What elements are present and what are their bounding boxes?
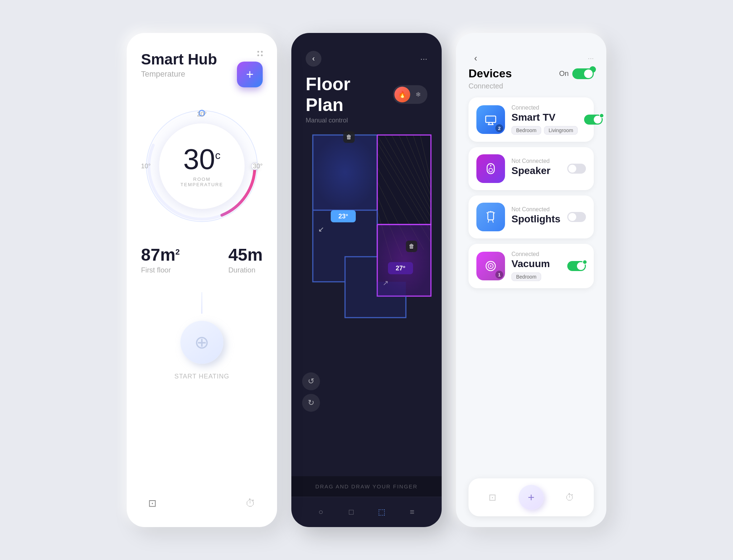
device-card-spotlights[interactable]: Not Connected Spotlights xyxy=(469,195,594,238)
start-heating-label: START HEATING xyxy=(174,373,229,380)
hatch-tool[interactable]: ≡ xyxy=(404,504,420,520)
svg-rect-44 xyxy=(488,212,494,220)
svg-point-43 xyxy=(490,165,491,166)
tv-connected-dot xyxy=(599,113,604,118)
menu-dots[interactable] xyxy=(257,51,263,56)
nav3-home-icon[interactable]: ⊡ xyxy=(484,488,501,506)
undo-button[interactable]: ↺ xyxy=(302,372,320,390)
select-tool[interactable]: ⬚ xyxy=(374,504,390,520)
svg-rect-7 xyxy=(313,135,377,210)
svg-line-45 xyxy=(488,220,489,222)
nav3-clock-icon[interactable]: ⏱ xyxy=(561,488,579,506)
bottom-nav-3: ⊡ + ⏱ xyxy=(469,478,594,516)
menu-dots-2[interactable]: ··· xyxy=(420,54,427,64)
spotlights-info: Not Connected Spotlights xyxy=(511,206,561,228)
scale-10: 10° xyxy=(141,163,151,170)
tv-tags: Bedroom Livingroom xyxy=(511,126,578,135)
nav-clock-icon[interactable]: ⏱ xyxy=(246,497,256,509)
vacuum-toggle-wrap xyxy=(567,261,586,271)
temperature-display: 30c ROOMTEMPERATURE xyxy=(180,145,223,187)
devices-panel: ‹ ··· Devices On Connected 2 xyxy=(456,33,606,527)
smart-hub-title: Smart Hub xyxy=(141,51,217,68)
on-toggle[interactable]: On xyxy=(559,68,594,79)
svg-text:23°: 23° xyxy=(338,213,348,220)
tv-icon-wrap: 2 xyxy=(476,105,505,134)
square-tool[interactable]: □ xyxy=(344,504,359,520)
spotlights-name: Spotlights xyxy=(511,213,561,225)
speaker-icon xyxy=(484,162,497,175)
undo-redo-buttons: ↺ ↻ xyxy=(302,372,320,412)
nav-home-icon[interactable]: ⊡ xyxy=(148,497,156,509)
panel3-header: ‹ ··· xyxy=(469,51,594,65)
stat-area: 87m2 First floor xyxy=(141,245,180,274)
snow-mode-btn[interactable]: ❄ xyxy=(410,87,426,102)
tv-info: Connected Smart TV Bedroom Livingroom xyxy=(511,105,578,135)
scale-20: 20° xyxy=(197,111,207,118)
floor-plan-area[interactable]: 🗑 🗑 23° ↙ 27° ↗ ↺ ↻ xyxy=(291,128,442,476)
connected-label: Connected xyxy=(469,82,594,90)
tv-name: Smart TV xyxy=(511,112,578,123)
on-label: On xyxy=(559,69,569,78)
stat-duration: 45m Duration xyxy=(228,245,263,274)
tv-icon xyxy=(484,113,497,126)
speaker-toggle[interactable] xyxy=(567,164,586,174)
smart-hub-panel: Smart Hub Temperature + 20° 10° 30° xyxy=(127,33,277,527)
vacuum-badge: 1 xyxy=(495,271,503,279)
back-button-3[interactable]: ‹ xyxy=(469,51,483,65)
mode-buttons: 🔥 ❄ xyxy=(393,85,427,104)
nav3-add-button[interactable]: + xyxy=(519,485,544,510)
spotlights-icon-wrap xyxy=(476,203,505,231)
tv-toggle-wrap xyxy=(584,115,603,125)
svg-rect-37 xyxy=(486,116,496,122)
bottom-nav-1: ⊡ ⏱ xyxy=(141,497,263,509)
spotlights-icon xyxy=(484,211,497,223)
spotlights-status: Not Connected xyxy=(511,206,561,213)
thermostat[interactable]: 20° 10° 30° xyxy=(141,105,263,227)
fire-mode-btn[interactable]: 🔥 xyxy=(394,87,410,102)
fingerprint-icon: ⊕ xyxy=(194,332,209,353)
stats-row: 87m2 First floor 45m Duration xyxy=(141,245,263,274)
device-card-vacuum[interactable]: 1 Connected Vacuum Bedroom xyxy=(469,244,594,288)
svg-text:↗: ↗ xyxy=(383,279,389,287)
vacuum-status: Connected xyxy=(511,251,561,257)
circle-tool[interactable]: ○ xyxy=(313,504,329,520)
area-value: 87m2 xyxy=(141,245,180,265)
menu-dots-3[interactable]: ··· xyxy=(588,54,594,62)
svg-point-52 xyxy=(490,265,491,267)
panel3-title-row: Devices On xyxy=(469,67,594,80)
device-list: 2 Connected Smart TV Bedroom Livingroom xyxy=(469,97,594,471)
speaker-name: Speaker xyxy=(511,165,561,177)
vacuum-connected-dot xyxy=(582,260,587,265)
smart-hub-subtitle: Temperature xyxy=(141,69,217,79)
fingerprint-button[interactable]: ⊕ xyxy=(180,321,223,364)
svg-line-46 xyxy=(492,220,493,222)
tv-status: Connected xyxy=(511,105,578,111)
duration-value: 45m xyxy=(228,245,263,265)
panel3-title: Devices xyxy=(469,67,512,80)
panel2-header: ‹ ··· xyxy=(291,33,442,74)
tv-badge: 2 xyxy=(495,124,503,132)
svg-rect-26 xyxy=(345,282,406,318)
spotlights-toggle[interactable] xyxy=(567,212,586,222)
devices-title: Devices xyxy=(469,67,512,80)
main-toggle[interactable] xyxy=(572,68,594,79)
panel2-title-block: Floor Plan 🔥 ❄ Manual control xyxy=(291,74,442,128)
svg-text:27°: 27° xyxy=(395,265,405,272)
device-card-speaker[interactable]: Not Connected Speaker xyxy=(469,147,594,190)
back-button-2[interactable]: ‹ xyxy=(306,51,321,67)
tag-livingroom: Livingroom xyxy=(544,126,578,135)
panel1-header: Smart Hub Temperature + xyxy=(141,51,263,87)
vacuum-icon-wrap: 1 xyxy=(476,252,505,280)
svg-text:↙: ↙ xyxy=(318,225,324,233)
device-card-tv[interactable]: 2 Connected Smart TV Bedroom Livingroom xyxy=(469,97,594,142)
panel1-title-block: Smart Hub Temperature xyxy=(141,51,217,79)
duration-label: Duration xyxy=(228,266,263,274)
floor-plan-title: Floor Plan xyxy=(306,74,388,115)
tag-bedroom-vacuum: Bedroom xyxy=(511,272,541,281)
redo-button[interactable]: ↻ xyxy=(302,394,320,412)
drag-hint: DRAG AND DRAW YOUR FINGER xyxy=(291,476,442,497)
area-label: First floor xyxy=(141,266,180,274)
floor-plan-subtitle: Manual control xyxy=(306,117,427,124)
speaker-status: Not Connected xyxy=(511,158,561,164)
add-button[interactable]: + xyxy=(237,62,263,87)
